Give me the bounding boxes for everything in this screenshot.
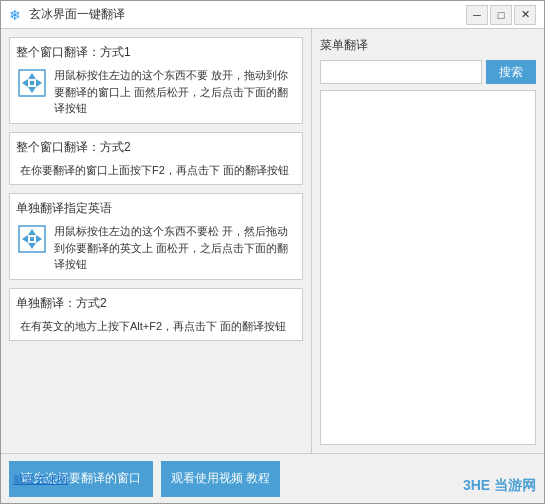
section3-text: 用鼠标按住左边的这个东西不要松 开，然后拖动到你要翻译的英文上 面松开，之后点击… [54, 223, 296, 273]
main-window: ❄ 玄冰界面一键翻译 ─ □ ✕ 整个窗口翻译：方式1 [0, 0, 545, 504]
search-input[interactable] [320, 60, 482, 84]
main-content: 整个窗口翻译：方式1 用鼠标按住左边的这个东西不要 放开，拖动到你要翻译的窗口上… [1, 29, 544, 453]
svg-rect-11 [30, 237, 34, 241]
section3-body: 用鼠标按住左边的这个东西不要松 开，然后拖动到你要翻译的英文上 面松开，之后点击… [16, 223, 296, 273]
svg-marker-1 [28, 73, 36, 79]
search-row: 搜索 [320, 60, 536, 84]
drag-icon-2[interactable] [16, 223, 48, 255]
svg-marker-4 [36, 79, 42, 87]
app-icon: ❄ [9, 7, 25, 23]
close-button[interactable]: ✕ [514, 5, 536, 25]
title-bar: ❄ 玄冰界面一键翻译 ─ □ ✕ [1, 1, 544, 29]
maximize-button[interactable]: □ [490, 5, 512, 25]
left-panel: 整个窗口翻译：方式1 用鼠标按住左边的这个东西不要 放开，拖动到你要翻译的窗口上… [1, 29, 311, 453]
section-whole-window-1: 整个窗口翻译：方式1 用鼠标按住左边的这个东西不要 放开，拖动到你要翻译的窗口上… [9, 37, 303, 124]
section1-body: 用鼠标按住左边的这个东西不要 放开，拖动到你要翻译的窗口上 面然后松开，之后点击… [16, 67, 296, 117]
section-whole-window-2: 整个窗口翻译：方式2 在你要翻译的窗口上面按下F2，再点击下 面的翻译按钮 [9, 132, 303, 186]
svg-marker-2 [28, 87, 36, 93]
drag-icon-1[interactable] [16, 67, 48, 99]
minimize-button[interactable]: ─ [466, 5, 488, 25]
section1-title: 整个窗口翻译：方式1 [16, 44, 296, 61]
video-tutorial-button[interactable]: 观看使用视频 教程 [161, 461, 280, 497]
section4-text: 在有英文的地方上按下Alt+F2，再点击下 面的翻译按钮 [16, 318, 296, 335]
menu-translate-title: 菜单翻译 [320, 37, 536, 54]
right-panel: 菜单翻译 搜索 [311, 29, 544, 453]
svg-rect-5 [30, 81, 34, 85]
svg-marker-10 [36, 235, 42, 243]
section-single-translate-2: 单独翻译：方式2 在有英文的地方上按下Alt+F2，再点击下 面的翻译按钮 [9, 288, 303, 342]
svg-marker-9 [22, 235, 28, 243]
window-controls: ─ □ ✕ [466, 5, 536, 25]
svg-marker-8 [28, 243, 36, 249]
search-result-area [320, 90, 536, 445]
search-button[interactable]: 搜索 [486, 60, 536, 84]
svg-marker-3 [22, 79, 28, 87]
website-link[interactable]: 就爱玄冰网 [13, 472, 68, 487]
section-single-translate-1: 单独翻译指定英语 用鼠标按住左边的这个东西不要松 开，然后拖动到你要翻译的英文上… [9, 193, 303, 280]
section4-title: 单独翻译：方式2 [16, 295, 296, 312]
section1-text: 用鼠标按住左边的这个东西不要 放开，拖动到你要翻译的窗口上 面然后松开，之后点击… [54, 67, 296, 117]
section2-title: 整个窗口翻译：方式2 [16, 139, 296, 156]
svg-marker-7 [28, 229, 36, 235]
section2-text: 在你要翻译的窗口上面按下F2，再点击下 面的翻译按钮 [16, 162, 296, 179]
window-title: 玄冰界面一键翻译 [29, 6, 466, 23]
section3-title: 单独翻译指定英语 [16, 200, 296, 217]
watermark-text: 3HE 当游网 [463, 477, 536, 495]
